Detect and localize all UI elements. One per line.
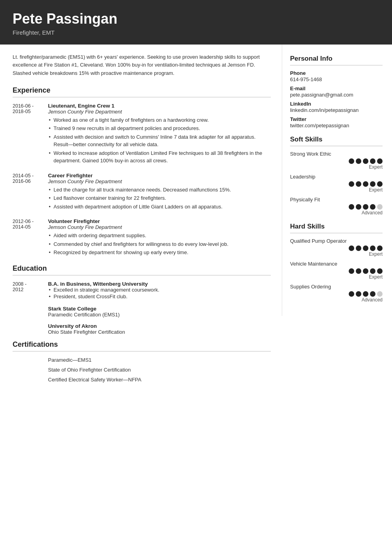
personal-info-section: Personal Info Phone 614-975-1468 E-mail …	[290, 55, 383, 128]
entry-job-title: Lieutenant, Engine Crew 1	[48, 103, 271, 109]
skill-dot-filled	[377, 268, 383, 274]
experience-entry: 2016-06 -2018-05Lieutenant, Engine Crew …	[13, 103, 271, 165]
skill-dot-filled	[356, 204, 361, 210]
candidate-name: Pete Passingan	[13, 11, 379, 27]
education-section: Education	[13, 264, 271, 275]
skill-level: Expert	[290, 164, 383, 170]
skill-dot-filled	[377, 181, 383, 187]
skill-level: Expert	[290, 251, 383, 257]
entry-dates: 2012-06 -2014-05	[13, 218, 48, 257]
skill-dot-filled	[363, 268, 368, 274]
skill-dot-filled	[349, 204, 354, 210]
soft-skills-divider	[290, 146, 383, 146]
certification-entry: Paramedic—EMS1	[13, 357, 271, 363]
skill-dot-filled	[370, 181, 375, 187]
skill-dot-filled	[377, 158, 383, 164]
linkedin-value: linkedin.com/in/petepassignan	[290, 107, 383, 113]
skill-dot-filled	[370, 291, 375, 297]
education-title: Education	[13, 264, 271, 273]
skill-dot-filled	[370, 245, 375, 251]
skill-level: Advanced	[290, 297, 383, 303]
list-item: Aided with ordering department supplies.	[48, 232, 271, 240]
skill-name: Strong Work Ethic	[290, 151, 383, 157]
list-item: Recognized by department for showing up …	[48, 249, 271, 257]
left-column: Lt. firefighter/paramedic (EMS1) with 6+…	[0, 45, 282, 398]
email-label: E-mail	[290, 86, 383, 91]
skill-dot-filled	[356, 291, 361, 297]
certification-entries: Paramedic—EMS1State of Ohio Firefighter …	[13, 357, 271, 383]
list-item: Led the charge for all truck maintenance…	[48, 186, 271, 194]
entry-bullets: Worked as one of a tight family of firef…	[48, 116, 271, 165]
entry-dates: 2014-05 -2016-06	[13, 173, 48, 212]
skill-level: Expert	[290, 187, 383, 193]
hard-skills-section: Hard Skills Qualified Pump OperatorExper…	[290, 223, 383, 303]
experience-entry: 2014-05 -2016-06Career FirefighterJemson…	[13, 173, 271, 212]
skill-level: Expert	[290, 274, 383, 280]
experience-entry: 2012-06 -2014-05Volunteer FirefighterJem…	[13, 218, 271, 257]
personal-info-divider	[290, 65, 383, 65]
certifications-section: Certifications	[13, 340, 271, 351]
skill-name: Leadership	[290, 174, 383, 180]
list-item: Worked to increase adoption of Ventilati…	[48, 149, 271, 165]
phone-label: Phone	[290, 70, 383, 76]
skill-dot-filled	[349, 181, 354, 187]
hard-skills-divider	[290, 233, 383, 233]
linkedin-label: LinkedIn	[290, 101, 383, 107]
edu-body: University of AkronOhio State Firefighte…	[48, 323, 271, 335]
skill-name: Physically Fit	[290, 197, 383, 203]
edu-sub: Paramedic Certification (EMS1)	[48, 312, 271, 318]
skill-dot-filled	[356, 245, 361, 251]
hard-skills-title: Hard Skills	[290, 223, 383, 231]
certifications-title: Certifications	[13, 340, 271, 349]
skill-dot-filled	[363, 158, 368, 164]
skill-dot-filled	[363, 181, 368, 187]
skill-dots-row	[290, 245, 383, 251]
cert-spacer	[13, 367, 48, 373]
list-item: President, student CrossFit club.	[48, 294, 271, 299]
skill-name: Supplies Ordering	[290, 284, 383, 290]
skill-dot-filled	[349, 268, 354, 274]
certifications-divider	[13, 351, 271, 351]
right-column: Personal Info Phone 614-975-1468 E-mail …	[282, 45, 392, 316]
entry-body: Lieutenant, Engine Crew 1Jemson County F…	[48, 103, 271, 165]
skill-dot-filled	[363, 245, 368, 251]
email-value: pete.passignan@gmail.com	[290, 92, 383, 98]
skill-dot-filled	[349, 158, 354, 164]
edu-degree: University of Akron	[48, 323, 271, 329]
experience-section: Experience	[13, 86, 271, 97]
skill-dot-filled	[370, 158, 375, 164]
twitter-label: Twitter	[290, 116, 383, 122]
skill-dots-row	[290, 291, 383, 297]
skill-dot-empty	[377, 291, 383, 297]
entry-body: Volunteer FirefighterJemson County Fire …	[48, 218, 271, 257]
experience-divider	[13, 97, 271, 97]
experience-entries: 2016-06 -2018-05Lieutenant, Engine Crew …	[13, 103, 271, 257]
list-item: Assisted with department adoption of Lit…	[48, 203, 271, 211]
skill-dot-filled	[363, 291, 368, 297]
entry-job-title: Career Firefighter	[48, 173, 271, 178]
skill-dot-filled	[363, 204, 368, 210]
main-layout: Lt. firefighter/paramedic (EMS1) with 6+…	[0, 45, 392, 398]
cert-spacer	[13, 377, 48, 383]
edu-dates	[13, 323, 48, 335]
twitter-value: twitter.com/petepassignan	[290, 123, 383, 128]
edu-bullets: Excelled in strategic management coursew…	[48, 287, 271, 299]
phone-value: 614-975-1468	[290, 76, 383, 82]
skill-dots-row	[290, 158, 383, 164]
entry-company: Jemson County Fire Department	[48, 224, 271, 230]
edu-dates: 2008 -2012	[13, 281, 48, 300]
candidate-title: Firefighter, EMT	[13, 29, 379, 36]
entry-bullets: Led the charge for all truck maintenance…	[48, 186, 271, 211]
entry-body: Career FirefighterJemson County Fire Dep…	[48, 173, 271, 212]
skill-name: Vehicle Maintenance	[290, 261, 383, 267]
skill-dot-filled	[356, 268, 361, 274]
entry-bullets: Aided with ordering department supplies.…	[48, 232, 271, 257]
education-entry: Stark State CollegeParamedic Certificati…	[13, 306, 271, 318]
skill-dot-filled	[370, 204, 375, 210]
certification-entry: State of Ohio Firefighter Certification	[13, 367, 271, 373]
skill-dot-filled	[377, 245, 383, 251]
certification-entry: Certified Electrical Safety Worker—NFPA	[13, 377, 271, 383]
entry-company: Jemson County Fire Department	[48, 109, 271, 115]
entry-job-title: Volunteer Firefighter	[48, 218, 271, 224]
skill-dot-filled	[349, 291, 354, 297]
